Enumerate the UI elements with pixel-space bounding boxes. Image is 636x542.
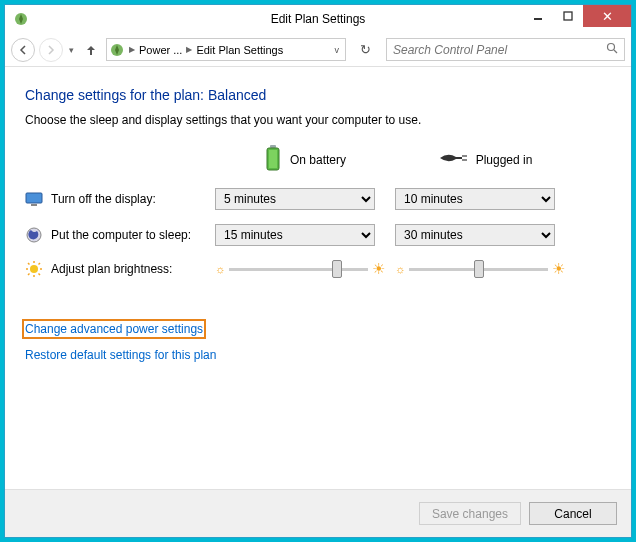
battery-icon bbox=[264, 145, 282, 174]
back-button[interactable] bbox=[11, 38, 35, 62]
footer: Save changes Cancel bbox=[5, 489, 631, 537]
refresh-button[interactable]: ↻ bbox=[354, 39, 376, 61]
sleep-plugged-select[interactable]: 30 minutes bbox=[395, 224, 555, 246]
svg-rect-9 bbox=[462, 155, 467, 157]
plug-icon bbox=[438, 149, 468, 170]
page-subheading: Choose the sleep and display settings th… bbox=[25, 113, 611, 127]
search-icon[interactable] bbox=[606, 42, 618, 57]
sun-small-icon: ☼ bbox=[215, 263, 225, 275]
search-input[interactable] bbox=[393, 43, 606, 57]
row-display: Turn off the display: bbox=[25, 190, 215, 208]
svg-line-5 bbox=[614, 50, 617, 53]
row-label-text: Turn off the display: bbox=[51, 192, 156, 206]
breadcrumb-item[interactable]: Edit Plan Settings bbox=[196, 44, 283, 56]
breadcrumb-icon bbox=[109, 42, 125, 58]
row-label-text: Adjust plan brightness: bbox=[51, 262, 172, 276]
sun-small-icon: ☼ bbox=[395, 263, 405, 275]
advanced-settings-link[interactable]: Change advanced power settings bbox=[25, 322, 203, 336]
minimize-button[interactable] bbox=[523, 5, 553, 27]
sleep-battery-select[interactable]: 15 minutes bbox=[215, 224, 375, 246]
toolbar: ▾ ▶ Power ... ▶ Edit Plan Settings v ↻ bbox=[5, 33, 631, 67]
save-button[interactable]: Save changes bbox=[419, 502, 521, 525]
display-plugged-select[interactable]: 10 minutes bbox=[395, 188, 555, 210]
up-button[interactable] bbox=[80, 39, 102, 61]
column-header-battery: On battery bbox=[215, 145, 395, 174]
brightness-icon bbox=[25, 260, 43, 278]
content: Change settings for the plan: Balanced C… bbox=[5, 67, 631, 489]
display-battery-select[interactable]: 5 minutes bbox=[215, 188, 375, 210]
column-label: Plugged in bbox=[476, 153, 533, 167]
restore-defaults-link[interactable]: Restore default settings for this plan bbox=[25, 348, 216, 362]
sun-large-icon: ☀ bbox=[372, 260, 385, 278]
search-box[interactable] bbox=[386, 38, 625, 61]
svg-rect-2 bbox=[564, 12, 572, 20]
history-dropdown-icon[interactable]: ▾ bbox=[67, 45, 76, 55]
settings-grid: On battery Plugged in Turn off the displ… bbox=[25, 145, 611, 278]
brightness-battery-slider[interactable] bbox=[229, 268, 368, 271]
breadcrumb[interactable]: ▶ Power ... ▶ Edit Plan Settings v bbox=[106, 38, 346, 61]
brightness-plugged-cell: ☼ ☀ bbox=[395, 260, 565, 278]
brightness-battery-cell: ☼ ☀ bbox=[215, 260, 385, 278]
row-label-text: Put the computer to sleep: bbox=[51, 228, 191, 242]
row-sleep: Put the computer to sleep: bbox=[25, 226, 215, 244]
svg-rect-11 bbox=[26, 193, 42, 203]
sleep-icon bbox=[25, 226, 43, 244]
forward-button[interactable] bbox=[39, 38, 63, 62]
svg-line-22 bbox=[39, 263, 41, 265]
svg-rect-10 bbox=[462, 159, 467, 161]
svg-rect-12 bbox=[31, 204, 37, 206]
chevron-right-icon: ▶ bbox=[184, 45, 194, 54]
column-label: On battery bbox=[290, 153, 346, 167]
display-icon bbox=[25, 190, 43, 208]
maximize-button[interactable] bbox=[553, 5, 583, 27]
breadcrumb-item[interactable]: Power ... bbox=[139, 44, 182, 56]
titlebar: Edit Plan Settings ✕ bbox=[5, 5, 631, 33]
chevron-right-icon: ▶ bbox=[127, 45, 137, 54]
breadcrumb-dropdown-icon[interactable]: v bbox=[331, 45, 344, 55]
column-header-plugged: Plugged in bbox=[395, 149, 575, 170]
brightness-plugged-slider[interactable] bbox=[409, 268, 548, 271]
svg-line-21 bbox=[28, 274, 30, 276]
svg-point-14 bbox=[30, 265, 38, 273]
cancel-button[interactable]: Cancel bbox=[529, 502, 617, 525]
window: Edit Plan Settings ✕ ▾ ▶ Power ... bbox=[4, 4, 632, 538]
row-brightness: Adjust plan brightness: bbox=[25, 260, 215, 278]
svg-line-19 bbox=[28, 263, 30, 265]
svg-rect-8 bbox=[269, 150, 277, 168]
close-button[interactable]: ✕ bbox=[583, 5, 631, 27]
page-heading: Change settings for the plan: Balanced bbox=[25, 87, 611, 103]
sun-large-icon: ☀ bbox=[552, 260, 565, 278]
svg-point-4 bbox=[608, 44, 615, 51]
links-section: Change advanced power settings Restore d… bbox=[25, 322, 611, 374]
svg-line-20 bbox=[39, 274, 41, 276]
svg-rect-1 bbox=[534, 18, 542, 20]
